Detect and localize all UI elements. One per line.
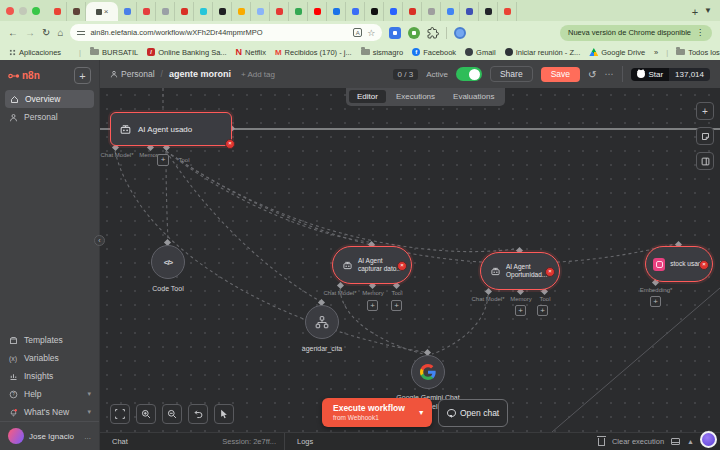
workflow-menu-icon[interactable]: ⋯ [604, 69, 614, 79]
active-toggle[interactable] [456, 67, 482, 81]
sticky-note-button[interactable] [696, 127, 714, 145]
undo-button[interactable] [188, 404, 208, 424]
add-tag-button[interactable]: + Add tag [241, 70, 275, 79]
bookmarks-overflow-chevron[interactable]: » [654, 48, 658, 57]
browser-tab-active[interactable]: × [86, 2, 118, 21]
site-settings-icon[interactable] [77, 31, 85, 35]
execute-workflow-button[interactable]: Execute workflow from Webhook1 ▼ [322, 398, 432, 427]
sidebar-collapse-button[interactable]: ‹ [94, 235, 105, 246]
node-ai-agent-capturar[interactable]: AI Agentcapturar dato... × [332, 246, 412, 284]
node-google-gemini-chat[interactable] [411, 355, 445, 389]
browser-tab[interactable] [327, 2, 346, 21]
browser-tab[interactable] [498, 2, 517, 21]
chrome-update-pill[interactable]: Nueva versión de Chrome disponible ⋮ [560, 25, 712, 41]
browser-tab[interactable] [251, 2, 270, 21]
browser-tab[interactable] [232, 2, 251, 21]
n8n-logo[interactable]: n8n [8, 70, 40, 81]
add-node-button[interactable]: + [696, 102, 714, 120]
browser-tab[interactable] [156, 2, 175, 21]
layout-panel-button[interactable] [696, 152, 714, 170]
bookmark-gmail[interactable]: Gmail [465, 48, 496, 57]
add-connection-button[interactable]: + [650, 296, 661, 307]
bookmark-netflix[interactable]: NNetflix [236, 47, 266, 57]
add-connection-button[interactable]: + [367, 300, 378, 311]
dock-panel-icon[interactable] [671, 438, 680, 445]
add-connection-button[interactable]: + [157, 154, 169, 166]
add-workflow-button[interactable]: + [74, 67, 91, 84]
browser-tab[interactable] [384, 2, 403, 21]
user-more-icon[interactable]: ... [84, 432, 91, 441]
workflow-canvas[interactable]: Editor Executions Evaluations AI Agent u… [100, 88, 720, 432]
add-connection-button[interactable]: + [537, 305, 548, 316]
share-button[interactable]: Share [490, 66, 533, 82]
tab-editor[interactable]: Editor [349, 90, 386, 103]
node-ai-agent-oportunidad[interactable]: AI AgentOportunidad... × [480, 252, 560, 290]
new-tab-button[interactable]: + [686, 2, 704, 21]
sidebar-item-whats-new[interactable]: What's New ▾ [0, 403, 99, 421]
tab-search-chevron-icon[interactable]: ▼ [704, 6, 712, 15]
user-menu[interactable]: Jose Ignacio ... [0, 421, 99, 450]
bookmark-folder-bursatil[interactable]: BURSATIL [90, 48, 138, 57]
browser-tab[interactable] [194, 2, 213, 21]
tab-evaluations[interactable]: Evaluations [445, 90, 502, 103]
back-button[interactable]: ← [8, 28, 18, 38]
node-agendar-cita[interactable] [305, 305, 339, 339]
extension-icon-blue[interactable] [389, 27, 401, 39]
browser-tab[interactable] [289, 2, 308, 21]
browser-tab[interactable] [270, 2, 289, 21]
bookmark-apps[interactable]: Aplicaciones [9, 48, 61, 57]
reload-button[interactable]: ↻ [42, 28, 50, 38]
browser-tab[interactable] [422, 2, 441, 21]
browser-tab[interactable] [460, 2, 479, 21]
pointer-tool-button[interactable] [214, 404, 234, 424]
close-window-button[interactable] [6, 7, 14, 15]
add-connection-button[interactable]: + [391, 300, 402, 311]
node-stock-usado[interactable]: stock usado × [645, 246, 713, 282]
node-ai-agent-usado[interactable]: AI Agent usado × [110, 112, 232, 146]
browser-tab[interactable] [48, 2, 67, 21]
browser-tab[interactable] [441, 2, 460, 21]
close-tab-icon[interactable]: × [104, 8, 109, 16]
browser-tab[interactable] [137, 2, 156, 21]
profile-avatar[interactable] [454, 27, 466, 39]
browser-tab[interactable] [118, 2, 137, 21]
fullscreen-window-button[interactable] [32, 7, 40, 15]
browser-tab[interactable] [403, 2, 422, 21]
save-button[interactable]: Save [541, 67, 580, 82]
sidebar-item-templates[interactable]: Templates [0, 331, 99, 349]
zoom-out-button[interactable] [162, 404, 182, 424]
bookmark-folder-sismagro[interactable]: sismagro [361, 48, 403, 57]
browser-tab[interactable] [479, 2, 498, 21]
bookmark-star-icon[interactable]: ☆ [367, 28, 375, 38]
clear-execution-button[interactable]: Clear execution [612, 437, 664, 446]
bookmark-zoom-meeting[interactable]: Iniciar reunión - Z... [505, 48, 581, 57]
github-star-button[interactable]: Star 137,014 [631, 68, 710, 81]
node-code-tool[interactable]: </> [151, 245, 185, 279]
support-chat-bubble[interactable] [700, 431, 717, 448]
history-icon[interactable]: ↺ [588, 69, 596, 80]
fit-view-button[interactable] [110, 404, 130, 424]
sidebar-item-insights[interactable]: Insights [0, 367, 99, 385]
chat-panel-header[interactable]: Chat Session: 2e7ff... [100, 433, 285, 450]
sidebar-item-help[interactable]: ? Help ▾ [0, 385, 99, 403]
browser-tab[interactable] [365, 2, 384, 21]
add-connection-button[interactable]: + [515, 305, 526, 316]
bookmark-gmail-inbox[interactable]: MRecibidos (170) - j... [275, 48, 352, 57]
browser-tab[interactable] [308, 2, 327, 21]
sidebar-item-overview[interactable]: Overview [5, 90, 94, 108]
translate-icon[interactable]: A [353, 28, 362, 37]
browser-tab[interactable] [213, 2, 232, 21]
browser-tab[interactable] [67, 2, 86, 21]
extension-icon-green[interactable] [408, 27, 420, 39]
workflow-name[interactable]: agente moroni [169, 69, 231, 79]
bookmark-facebook[interactable]: fFacebook [412, 48, 456, 57]
all-favorites[interactable]: Todos los favoritos [676, 48, 720, 57]
url-text[interactable]: ain8n.elefania.com/workflow/wXFh2Dr44mpm… [90, 28, 348, 37]
extensions-puzzle-icon[interactable] [427, 27, 439, 39]
chevron-up-icon[interactable]: ▲ [687, 438, 694, 445]
bookmark-google-drive[interactable]: Google Drive [589, 48, 645, 57]
breadcrumb-project[interactable]: Personal [110, 69, 155, 79]
tab-executions[interactable]: Executions [388, 90, 443, 103]
minimize-window-button[interactable] [19, 7, 27, 15]
sidebar-item-variables[interactable]: (x) Variables [0, 349, 99, 367]
